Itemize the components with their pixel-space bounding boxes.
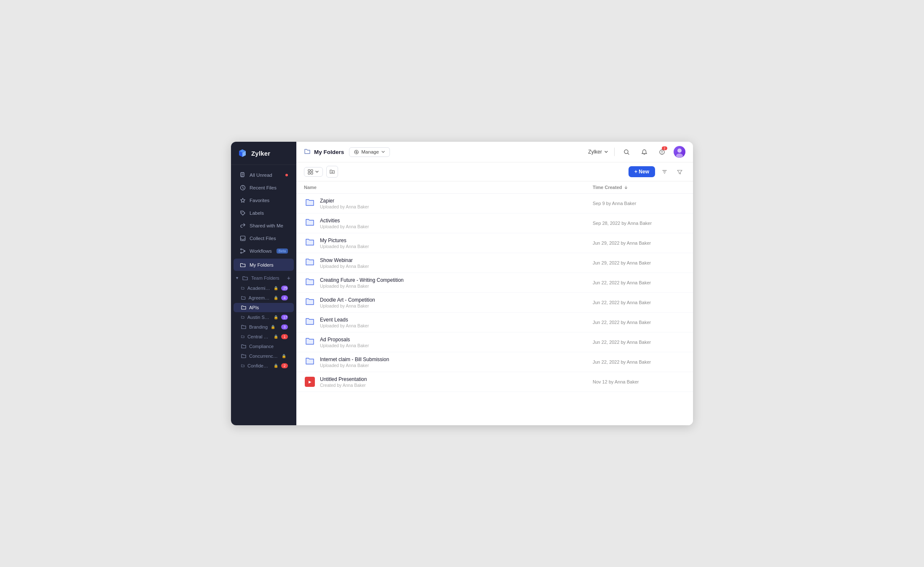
svg-rect-16 bbox=[308, 172, 310, 174]
file-sub: Uploaded by Anna Baker bbox=[320, 204, 369, 209]
file-icon-container: ▶ bbox=[304, 376, 316, 388]
workspace-selector[interactable]: Zylker bbox=[588, 149, 608, 155]
file-row-left: Activities Uploaded by Anna Baker bbox=[304, 217, 593, 229]
file-list-header: Name Time Created bbox=[296, 181, 693, 194]
user-avatar[interactable] bbox=[674, 146, 685, 158]
sidebar-label-labels: Labels bbox=[250, 211, 264, 216]
file-icon-container bbox=[304, 217, 316, 229]
page-breadcrumb: My Folders bbox=[304, 148, 344, 156]
main-content: My Folders Manage Zylker bbox=[296, 142, 693, 425]
sidebar-item-shared-with-me[interactable]: Shared with Me bbox=[234, 219, 294, 232]
my-folders-icon bbox=[239, 262, 246, 268]
team-folder-concurrency[interactable]: Concurrency (1) 🔒 bbox=[234, 351, 294, 361]
file-name: Ad Proposals bbox=[320, 337, 369, 343]
notifications-button[interactable] bbox=[638, 146, 650, 158]
lock-icon-austin: 🔒 bbox=[274, 315, 278, 319]
count-badge-branding: 3 bbox=[281, 324, 288, 329]
file-row[interactable]: ▶ Untitled Presentation Created by Anna … bbox=[296, 372, 693, 392]
team-folder-apis[interactable]: APIs bbox=[234, 303, 294, 312]
team-folder-name-austin: Austin SuperFo... bbox=[247, 315, 271, 320]
clock-icon bbox=[239, 184, 246, 191]
file-row[interactable]: My Pictures Uploaded by Anna Baker Jun 2… bbox=[296, 233, 693, 253]
file-row[interactable]: Internet claim - Bill Submission Uploade… bbox=[296, 352, 693, 372]
new-folder-button[interactable] bbox=[326, 166, 338, 178]
svg-rect-14 bbox=[308, 170, 310, 172]
file-time: Jun 22, 2022 by Anna Baker bbox=[593, 300, 685, 305]
view-toggle-button[interactable] bbox=[304, 167, 323, 177]
sidebar-label-collect-files: Collect Files bbox=[250, 236, 276, 241]
manage-button[interactable]: Manage bbox=[349, 147, 390, 157]
file-info: Untitled Presentation Created by Anna Ba… bbox=[320, 376, 367, 388]
alerts-button[interactable]: 2 bbox=[656, 146, 668, 158]
file-name: Show Webinar bbox=[320, 257, 369, 263]
new-button[interactable]: + New bbox=[629, 166, 655, 177]
team-folder-austin[interactable]: Austin SuperFo... 🔒 17 bbox=[234, 313, 294, 322]
file-icon-container bbox=[304, 257, 316, 269]
folder-icon bbox=[305, 277, 315, 289]
team-folder-name-academic: Academic Reso... bbox=[247, 286, 271, 291]
sidebar-label-my-folders: My Folders bbox=[250, 262, 274, 267]
workflow-icon bbox=[239, 248, 246, 254]
team-folder-agreements[interactable]: Agreements 🔒 4 bbox=[234, 293, 294, 302]
sidebar-item-all-unread[interactable]: All Unread bbox=[234, 169, 294, 181]
filter-button[interactable] bbox=[674, 166, 685, 178]
sidebar-item-workflows[interactable]: Workflows Beta bbox=[234, 245, 294, 257]
file-sub: Uploaded by Anna Baker bbox=[320, 343, 369, 348]
file-name: My Pictures bbox=[320, 238, 369, 243]
chevron-icon: ▼ bbox=[235, 276, 239, 280]
file-row[interactable]: Ad Proposals Uploaded by Anna Baker Jun … bbox=[296, 332, 693, 352]
team-folder-branding[interactable]: Branding 🔒 3 bbox=[234, 322, 294, 332]
count-badge-central: 1 bbox=[281, 334, 288, 339]
folder-icon bbox=[305, 336, 315, 348]
team-folder-central[interactable]: Central Marketi... 🔒 1 bbox=[234, 332, 294, 341]
add-team-folder-button[interactable]: + bbox=[287, 275, 290, 281]
search-button[interactable] bbox=[620, 146, 632, 158]
file-icon-container bbox=[304, 277, 316, 289]
team-folder-name-compliance: Compliance bbox=[249, 344, 274, 349]
sort-button[interactable] bbox=[658, 166, 670, 178]
file-name: Event Leads bbox=[320, 317, 369, 323]
file-name: Internet claim - Bill Submission bbox=[320, 356, 389, 362]
file-rows: Zapier Uploaded by Anna Baker Sep 9 by A… bbox=[296, 194, 693, 392]
inbox-icon bbox=[239, 235, 246, 241]
sidebar-item-recent-files[interactable]: Recent Files bbox=[234, 181, 294, 194]
folder-icon-topbar bbox=[304, 148, 311, 156]
file-row-left: Zapier Uploaded by Anna Baker bbox=[304, 197, 593, 209]
file-icon-container bbox=[304, 316, 316, 328]
lock-icon-academic: 🔒 bbox=[274, 286, 278, 290]
sidebar-item-my-folders[interactable]: My Folders bbox=[234, 259, 294, 271]
svg-point-12 bbox=[677, 148, 682, 153]
file-time: Jun 22, 2022 by Anna Baker bbox=[593, 280, 685, 285]
file-row[interactable]: Doodle Art - Competition Uploaded by Ann… bbox=[296, 293, 693, 313]
file-sub: Uploaded by Anna Baker bbox=[320, 323, 369, 328]
file-time: Sep 9 by Anna Baker bbox=[593, 201, 685, 206]
logo[interactable]: Zylker bbox=[231, 142, 296, 165]
file-row[interactable]: Zapier Uploaded by Anna Baker Sep 9 by A… bbox=[296, 194, 693, 213]
file-name: Untitled Presentation bbox=[320, 376, 367, 382]
sidebar-label-recent-files: Recent Files bbox=[250, 185, 277, 190]
team-folder-confidential[interactable]: Confidential Fil... 🔒 2 bbox=[234, 361, 294, 370]
unread-badge-dot bbox=[285, 174, 288, 176]
col-header-time: Time Created bbox=[593, 185, 685, 190]
file-row[interactable]: Activities Uploaded by Anna Baker Sep 28… bbox=[296, 213, 693, 233]
team-folder-academic[interactable]: Academic Reso... 🔒 25 bbox=[234, 284, 294, 293]
sidebar-item-collect-files[interactable]: Collect Files bbox=[234, 232, 294, 244]
topbar: My Folders Manage Zylker bbox=[296, 142, 693, 162]
team-folder-compliance[interactable]: Compliance bbox=[234, 342, 294, 351]
sidebar-item-labels[interactable]: Labels bbox=[234, 207, 294, 219]
sidebar-item-favorites[interactable]: Favorites bbox=[234, 194, 294, 206]
team-folders-header[interactable]: ▼ Team Folders + bbox=[231, 271, 296, 283]
page-title: My Folders bbox=[314, 149, 344, 155]
lock-icon-branding: 🔒 bbox=[271, 325, 275, 329]
svg-rect-15 bbox=[311, 170, 313, 172]
new-button-label: + New bbox=[634, 169, 649, 175]
file-row-left: My Pictures Uploaded by Anna Baker bbox=[304, 237, 593, 249]
team-folder-name-agreements: Agreements bbox=[249, 295, 271, 300]
file-row[interactable]: Event Leads Uploaded by Anna Baker Jun 2… bbox=[296, 313, 693, 332]
team-folder-name-apis: APIs bbox=[249, 305, 259, 310]
file-info: Show Webinar Uploaded by Anna Baker bbox=[320, 257, 369, 269]
beta-badge: Beta bbox=[277, 248, 288, 254]
file-row[interactable]: Creating Future - Writing Competition Up… bbox=[296, 273, 693, 293]
file-row[interactable]: Show Webinar Uploaded by Anna Baker Jun … bbox=[296, 253, 693, 273]
folder-icon bbox=[305, 316, 315, 329]
